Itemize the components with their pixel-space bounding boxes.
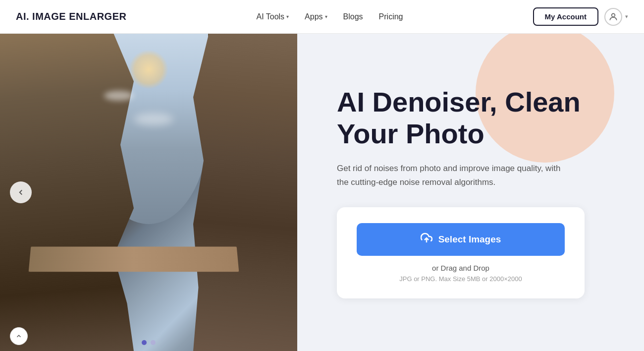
user-avatar-icon — [604, 8, 622, 26]
svg-point-0 — [612, 13, 615, 17]
upload-icon — [421, 232, 432, 247]
main-content: AI Denoiser, Clean Your Photo Get rid of… — [0, 34, 644, 351]
scroll-up-button[interactable] — [10, 327, 28, 345]
bridge-decoration — [29, 246, 239, 272]
hero-image — [0, 34, 297, 351]
nav-pricing[interactable]: Pricing — [379, 12, 403, 21]
site-logo: AI. IMAGE ENLARGER — [16, 11, 126, 22]
nav-blogs[interactable]: Blogs — [343, 12, 363, 21]
carousel-prev-button[interactable] — [10, 181, 32, 203]
upload-card: Select Images or Drag and Drop JPG or PN… — [337, 207, 585, 298]
nav-ai-tools[interactable]: AI Tools ▾ — [256, 12, 289, 21]
drag-drop-label: or Drag and Drop — [357, 264, 565, 272]
hero-image-panel — [0, 34, 297, 351]
content-panel: AI Denoiser, Clean Your Photo Get rid of… — [297, 34, 644, 351]
chevron-down-icon: ▾ — [325, 14, 327, 19]
carousel-dot-1[interactable] — [142, 340, 147, 345]
chevron-down-icon: ▾ — [286, 14, 289, 19]
select-images-button[interactable]: Select Images — [357, 223, 565, 256]
content-inner: AI Denoiser, Clean Your Photo Get rid of… — [337, 86, 614, 299]
sun-decoration — [129, 50, 168, 89]
header: AI. IMAGE ENLARGER AI Tools ▾ Apps ▾ Blo… — [0, 0, 644, 34]
cloud-decoration — [134, 113, 173, 125]
chevron-down-icon: ▾ — [625, 13, 628, 20]
header-actions: My Account ▾ — [533, 7, 628, 26]
page-subtitle: Get rid of noises from photo and improve… — [337, 162, 565, 189]
file-hint-label: JPG or PNG. Max Size 5MB or 2000×2000 — [357, 275, 565, 283]
main-nav: AI Tools ▾ Apps ▾ Blogs Pricing — [256, 12, 403, 21]
user-menu-button[interactable]: ▾ — [604, 8, 628, 26]
my-account-button[interactable]: My Account — [533, 7, 598, 26]
carousel-dots — [142, 340, 156, 345]
carousel-dot-2[interactable] — [151, 340, 156, 345]
page-title: AI Denoiser, Clean Your Photo — [337, 86, 614, 150]
nav-apps[interactable]: Apps ▾ — [305, 12, 327, 21]
cliff-right-decoration — [193, 34, 297, 351]
